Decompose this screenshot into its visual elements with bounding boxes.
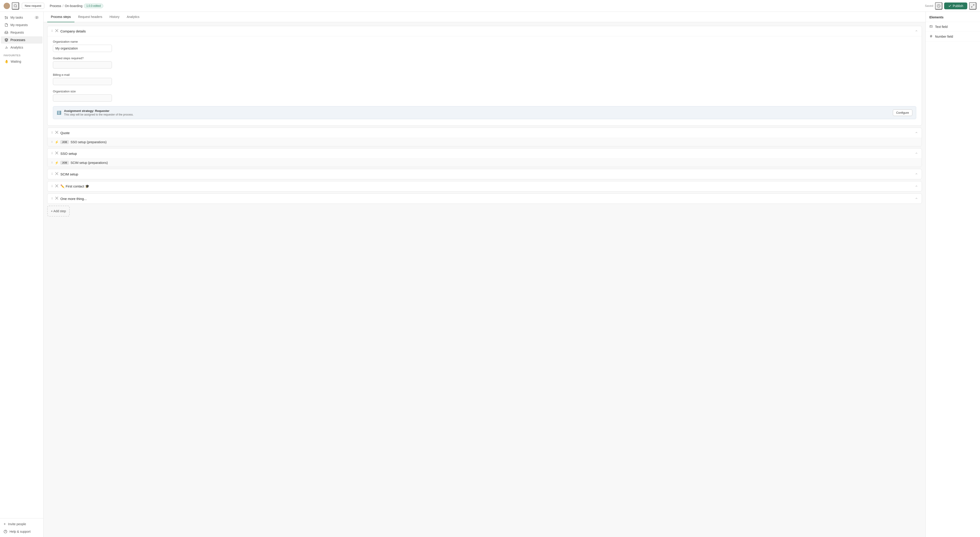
label-guided-steps: Guided steps required? xyxy=(53,57,916,60)
step-header-company-details[interactable]: ⠿ Company details xyxy=(48,26,922,36)
step-header-one-more-thing[interactable]: ⠿ One more thing... xyxy=(48,194,922,203)
job-badge-sso: JOB xyxy=(60,140,69,144)
collapse-icon-quote[interactable] xyxy=(915,131,918,135)
publish-button[interactable]: Publish xyxy=(944,3,967,9)
sidebar-item-processes[interactable]: Processes xyxy=(1,36,43,44)
input-org-name[interactable] xyxy=(53,45,112,52)
label-billing-email: Billing e-mail xyxy=(53,73,916,76)
input-billing-email[interactable] xyxy=(53,78,112,85)
sidebar-item-my-requests[interactable]: My requests xyxy=(1,21,43,29)
topbar-right: Saved Publish xyxy=(925,2,976,10)
step-card-first-contact: ⠿ ✏️ First contact 🎓 xyxy=(47,181,922,192)
help-icon xyxy=(4,530,7,533)
svg-marker-10 xyxy=(5,38,8,40)
drag-handle-scim[interactable]: ⠿ xyxy=(51,173,53,176)
assignment-box: ℹ️ Assignment strategy: Requester This s… xyxy=(53,106,916,119)
assignment-description: This step will be assigned to the reques… xyxy=(64,113,890,116)
saved-indicator: Saved xyxy=(925,4,933,8)
drag-handle-one-more-thing[interactable]: ⠿ xyxy=(51,197,53,200)
svg-line-34 xyxy=(931,35,932,37)
collapse-icon-sso[interactable] xyxy=(915,152,918,156)
step-icon-one-more-thing xyxy=(55,196,59,201)
inbox-icon xyxy=(5,31,8,34)
search-icon xyxy=(14,4,17,8)
label-org-name: Organization name xyxy=(53,40,916,43)
breadcrumb: Process / On-boarding 1.0.0-edited xyxy=(50,4,923,8)
tab-process-steps[interactable]: Process steps xyxy=(47,12,75,22)
svg-line-33 xyxy=(931,35,931,37)
step-header-scim-setup[interactable]: ⠿ SCIM setup xyxy=(48,169,922,179)
collapse-icon-first-contact[interactable] xyxy=(915,184,918,188)
sidebar-label-waiting: Waiting xyxy=(11,60,21,64)
element-item-text-field[interactable]: Text field xyxy=(926,22,980,32)
drag-handle-sso[interactable]: ⠿ xyxy=(51,152,53,155)
sidebar-label-my-tasks: My tasks xyxy=(10,16,23,19)
wave-icon: 🤚 xyxy=(5,60,8,64)
clock-icon xyxy=(937,4,940,8)
history-icon-button[interactable] xyxy=(935,2,942,10)
step-header-first-contact[interactable]: ⠿ ✏️ First contact 🎓 xyxy=(48,181,922,191)
collapse-icon-omt[interactable] xyxy=(915,197,918,201)
configure-button[interactable]: Configure xyxy=(893,110,912,116)
assignment-text: Assignment strategy: Requester This step… xyxy=(64,109,890,116)
chevron-up-icon-omt xyxy=(915,197,918,200)
breadcrumb-root[interactable]: Process xyxy=(50,4,61,8)
check-icon xyxy=(948,4,951,8)
collapse-icon-company[interactable] xyxy=(915,29,918,33)
chevron-up-icon-scim xyxy=(915,172,918,175)
element-item-number-field[interactable]: Number field xyxy=(926,32,980,41)
svg-line-3 xyxy=(973,5,974,6)
step-icon-sso xyxy=(55,151,59,156)
assignment-title: Assignment strategy: Requester xyxy=(64,109,890,113)
svg-line-4 xyxy=(971,6,972,7)
sidebar-label-processes: Processes xyxy=(10,38,25,42)
my-tasks-badge: 2 xyxy=(35,16,39,19)
step-header-quote[interactable]: ⠿ Quote xyxy=(48,128,922,138)
step-card-company-details: ⠿ Company details Organization name xyxy=(47,26,922,126)
input-guided-steps[interactable] xyxy=(53,61,112,68)
version-badge: 1.0.0-edited xyxy=(84,4,103,8)
step-icon-company xyxy=(55,29,59,33)
chevron-up-icon-quote xyxy=(915,131,918,134)
invite-people-item[interactable]: + Invite people xyxy=(0,520,43,528)
job-badge-scim: JOB xyxy=(60,161,69,165)
step-title-first-contact: ✏️ First contact 🎓 xyxy=(60,184,913,188)
step-header-sso-setup[interactable]: ⠿ SSO setup xyxy=(48,148,922,159)
collapse-icon-scim[interactable] xyxy=(915,172,918,176)
step-icon-scim xyxy=(55,172,59,176)
step-icon-first-contact xyxy=(55,184,59,189)
tasks-icon xyxy=(5,16,8,19)
svg-point-0 xyxy=(14,5,17,7)
text-field-icon xyxy=(929,25,933,29)
sidebar-item-requests[interactable]: Requests xyxy=(1,29,43,36)
tab-analytics[interactable]: Analytics xyxy=(123,12,143,22)
form-group-guided-steps: Guided steps required? xyxy=(53,57,916,68)
sub-step-scim-preparations: ⠿ ⚡ JOB SCIM setup (preparations) xyxy=(48,159,922,167)
help-support-item[interactable]: Help & support xyxy=(0,528,43,535)
elements-panel: Elements Text field Number field xyxy=(926,12,980,537)
step-icon-quote xyxy=(55,130,59,135)
new-request-button[interactable]: New request xyxy=(22,3,44,9)
sidebar-nav: My tasks 2 My requests Requests Processe… xyxy=(0,12,43,518)
tab-request-headers[interactable]: Request headers xyxy=(75,12,106,22)
sidebar-item-waiting[interactable]: 🤚 Waiting xyxy=(1,58,43,65)
publish-label: Publish xyxy=(953,4,963,8)
search-button[interactable] xyxy=(12,2,19,10)
drag-handle-sso-prep[interactable]: ⠿ xyxy=(51,141,53,144)
sub-step-title-scim-prep: SCIM setup (preparations) xyxy=(71,161,918,165)
hash-icon xyxy=(929,35,933,38)
drag-handle-scim-prep[interactable]: ⠿ xyxy=(51,161,53,164)
drag-handle[interactable]: ⠿ xyxy=(51,30,53,33)
add-step-button[interactable]: + Add step xyxy=(47,206,70,216)
sidebar-item-my-tasks[interactable]: My tasks 2 xyxy=(1,14,43,21)
expand-button[interactable] xyxy=(969,2,976,10)
step-title-company-details: Company details xyxy=(60,29,913,33)
drag-handle-first-contact[interactable]: ⠿ xyxy=(51,185,53,188)
sidebar-item-analytics[interactable]: Analytics xyxy=(1,44,43,51)
number-field-label: Number field xyxy=(935,35,953,38)
tab-history[interactable]: History xyxy=(106,12,123,22)
input-org-size[interactable] xyxy=(53,94,112,102)
drag-handle-quote[interactable]: ⠿ xyxy=(51,131,53,134)
sidebar: My tasks 2 My requests Requests Processe… xyxy=(0,12,44,537)
info-icon: ℹ️ xyxy=(57,111,61,115)
